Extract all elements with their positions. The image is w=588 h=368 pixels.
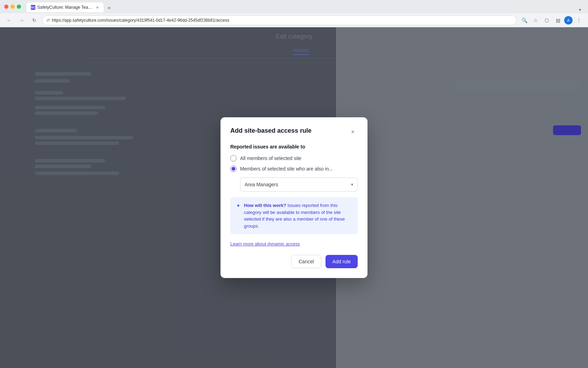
extensions-button[interactable]: ⬡: [542, 15, 552, 25]
radio-members-also-in-label: Members of selected site who are also in…: [240, 166, 333, 172]
back-button[interactable]: ←: [4, 15, 14, 25]
group-dropdown-wrapper: Area Managers ▾: [240, 178, 358, 192]
chevron-down-icon: ▾: [351, 182, 353, 187]
tab-title: SafetyCulture: Manage Teams and...: [37, 5, 93, 10]
dropdown-value: Area Managers: [245, 182, 278, 187]
learn-more-link[interactable]: Learn more about dynamic access: [230, 241, 358, 247]
browser-tabs: SC SafetyCulture: Manage Teams and... ✕ …: [27, 1, 584, 12]
group-dropdown[interactable]: Area Managers ▾: [240, 178, 358, 192]
browser-toolbar: ← → ↻ ⇄ https://app.safetyculture.com/is…: [0, 13, 588, 27]
sparkle-icon: ✦: [236, 202, 240, 209]
info-box: ✦ How will this work? Issues reported fr…: [230, 197, 358, 234]
profile-button[interactable]: A: [564, 16, 573, 25]
add-access-rule-modal: Add site-based access rule × Reported is…: [220, 117, 368, 278]
maximize-window-button[interactable]: [17, 5, 21, 9]
browser-chrome: SC SafetyCulture: Manage Teams and... ✕ …: [0, 0, 588, 27]
radio-all-members[interactable]: [230, 155, 237, 161]
modal-backdrop: Add site-based access rule × Reported is…: [0, 27, 588, 368]
reader-mode-button[interactable]: ▤: [553, 15, 563, 25]
browser-titlebar: SC SafetyCulture: Manage Teams and... ✕ …: [0, 0, 588, 13]
cancel-button[interactable]: Cancel: [291, 255, 321, 268]
tab-close-button[interactable]: ✕: [95, 5, 99, 10]
search-button[interactable]: 🔍: [519, 15, 529, 25]
modal-title: Add site-based access rule: [230, 127, 312, 134]
radio-group: All members of selected site Members of …: [230, 155, 358, 172]
add-rule-button[interactable]: Add rule: [326, 255, 358, 268]
refresh-button[interactable]: ↻: [29, 15, 39, 25]
close-window-button[interactable]: [4, 5, 8, 9]
browser-actions: 🔍 ☆ ⬡ ▤ A ⋮: [519, 15, 584, 25]
modal-header: Add site-based access rule ×: [230, 127, 358, 137]
info-text: How will this work? Issues reported from…: [244, 202, 352, 229]
radio-option-members-also-in[interactable]: Members of selected site who are also in…: [230, 166, 358, 172]
traffic-lights: [4, 5, 21, 9]
security-icon: ⇄: [47, 18, 50, 22]
modal-subtitle: Reported issues are available to: [230, 144, 358, 150]
radio-option-all-members[interactable]: All members of selected site: [230, 155, 358, 161]
modal-close-button[interactable]: ×: [348, 127, 358, 137]
info-text-bold: How will this work?: [244, 203, 286, 208]
menu-button[interactable]: ⋮: [574, 15, 584, 25]
radio-members-also-in[interactable]: [230, 166, 237, 172]
radio-all-members-label: All members of selected site: [240, 155, 301, 161]
new-tab-button[interactable]: +: [105, 4, 113, 12]
tab-favicon: SC: [31, 5, 35, 10]
active-tab[interactable]: SC SafetyCulture: Manage Teams and... ✕: [27, 2, 104, 12]
forward-button[interactable]: →: [17, 15, 27, 25]
modal-footer: Cancel Add rule: [230, 255, 358, 268]
minimize-window-button[interactable]: [10, 5, 15, 9]
address-bar[interactable]: ⇄ https://app.safetyculture.com/issues/c…: [42, 15, 517, 25]
bookmark-button[interactable]: ☆: [531, 15, 540, 25]
url-text: https://app.safetyculture.com/issues/cat…: [52, 18, 229, 23]
